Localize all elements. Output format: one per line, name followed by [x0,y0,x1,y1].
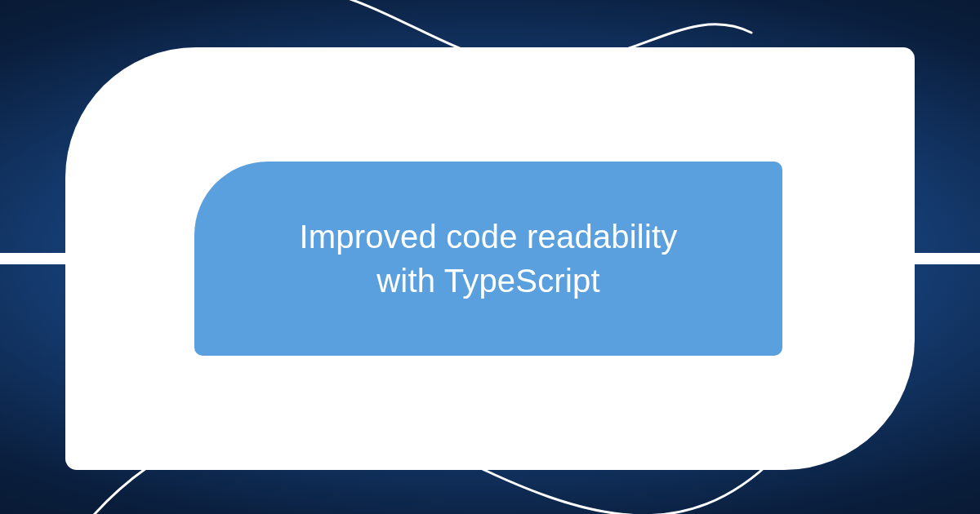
title-line-1: Improved code readability [299,219,677,255]
banner-title: Improved code readability with TypeScrip… [299,215,677,303]
inner-blue-panel: Improved code readability with TypeScrip… [194,162,782,356]
title-line-2: with TypeScript [376,263,600,299]
banner-canvas: Improved code readability with TypeScrip… [0,0,980,514]
